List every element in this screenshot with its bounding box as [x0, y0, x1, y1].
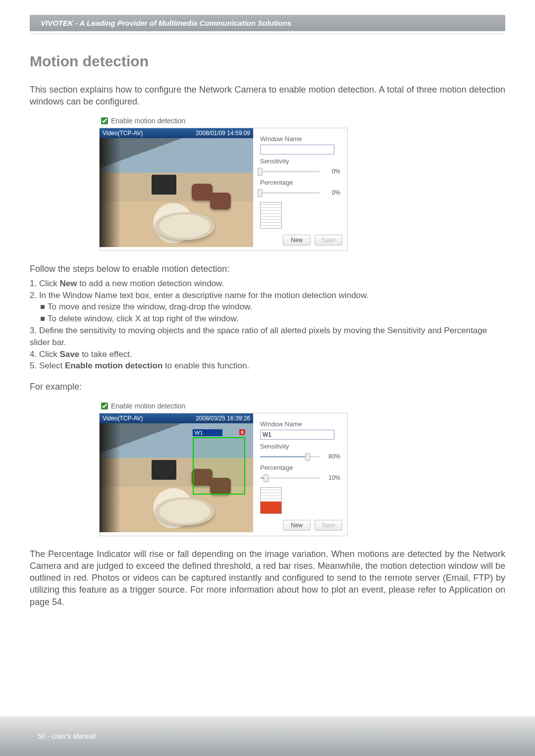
- enable-motion-checkbox-row-2[interactable]: Enable motion detection: [101, 402, 185, 410]
- controls-1: Window Name Sensitivity 0% Percentage: [253, 128, 347, 251]
- save-button-2[interactable]: Save: [315, 520, 342, 531]
- enable-motion-checkbox-2[interactable]: [101, 403, 108, 409]
- video-titlebar-1: Video(TCP-AV) 2008/01/09 14:59:09: [100, 128, 253, 138]
- page-footer: 50 - User's Manual: [0, 716, 535, 756]
- sensitivity-value: 0%: [323, 168, 340, 175]
- save-button[interactable]: Save: [315, 235, 342, 246]
- percentage-label: Percentage: [260, 179, 342, 186]
- video-frame-1[interactable]: [100, 138, 253, 247]
- enable-motion-label-2: Enable motion detection: [111, 402, 185, 410]
- percentage-indicator-2: [260, 487, 282, 514]
- enable-motion-label: Enable motion detection: [111, 117, 185, 125]
- page-number: 50 - User's Manual: [38, 732, 96, 740]
- video-frame-2[interactable]: W1 x: [100, 423, 253, 532]
- closing-paragraph: The Percentage Indicator will rise or fa…: [30, 548, 505, 608]
- sensitivity-label: Sensitivity: [260, 157, 342, 165]
- window-name-input[interactable]: [260, 145, 334, 154]
- video-titlebar-2: Video(TCP-AV) 2008/03/25 16:39:26: [100, 413, 253, 423]
- bullet-icon: [41, 317, 45, 321]
- enable-motion-checkbox-row[interactable]: Enable motion detection: [101, 117, 185, 125]
- new-button[interactable]: New: [283, 235, 311, 246]
- controls-2: Window Name Sensitivity 80% Percentage: [253, 413, 347, 536]
- percentage-value-2: 10%: [323, 474, 340, 481]
- percentage-value: 0%: [323, 189, 340, 196]
- motion-window-title[interactable]: W1: [193, 429, 222, 436]
- example-label: For example:: [30, 381, 505, 393]
- video-source-label-2: Video(TCP-AV): [103, 415, 143, 422]
- steps-lead: Follow the steps below to enable motion …: [30, 263, 505, 275]
- page-header: VIVOTEK - A Leading Provider of Multimed…: [30, 15, 505, 31]
- figure-1: Enable motion detection Video(TCP-AV) 20…: [99, 117, 406, 251]
- header-divider: [30, 33, 505, 34]
- steps-list: 1. Click New to add a new motion detecti…: [30, 278, 505, 372]
- video-timestamp: 2008/01/09 14:59:09: [196, 130, 250, 137]
- window-name-input-2[interactable]: [260, 430, 334, 440]
- sensitivity-label-2: Sensitivity: [260, 443, 342, 450]
- percentage-slider-2[interactable]: [260, 473, 320, 482]
- motion-window-w1[interactable]: W1 x: [193, 437, 245, 495]
- percentage-slider[interactable]: [260, 188, 320, 197]
- sensitivity-value-2: 80%: [323, 453, 340, 460]
- percentage-label-2: Percentage: [260, 464, 342, 471]
- enable-motion-checkbox[interactable]: [101, 117, 108, 124]
- video-source-label: Video(TCP-AV): [103, 130, 143, 137]
- video-preview-2: Video(TCP-AV) 2008/03/25 16:39:26 W1 x: [100, 413, 253, 536]
- sensitivity-slider[interactable]: [260, 167, 320, 176]
- video-timestamp-2: 2008/03/25 16:39:26: [196, 415, 250, 422]
- sensitivity-slider-2[interactable]: [260, 452, 320, 461]
- intro-paragraph: This section explains how to configure t…: [30, 84, 505, 108]
- close-icon[interactable]: x: [239, 429, 245, 435]
- figure-2: Enable motion detection Video(TCP-AV) 20…: [99, 402, 406, 536]
- new-button-2[interactable]: New: [283, 520, 311, 531]
- bullet-icon: [41, 305, 45, 309]
- video-preview-1: Video(TCP-AV) 2008/01/09 14:59:09: [100, 128, 253, 251]
- section-title: Motion detection: [30, 53, 505, 70]
- window-name-label-2: Window Name: [260, 420, 342, 428]
- motion-panel-1: Video(TCP-AV) 2008/01/09 14:59:09 Window…: [99, 128, 348, 251]
- window-name-label: Window Name: [260, 135, 342, 143]
- motion-panel-2: Video(TCP-AV) 2008/03/25 16:39:26 W1 x W: [99, 413, 348, 536]
- percentage-indicator: [260, 202, 282, 229]
